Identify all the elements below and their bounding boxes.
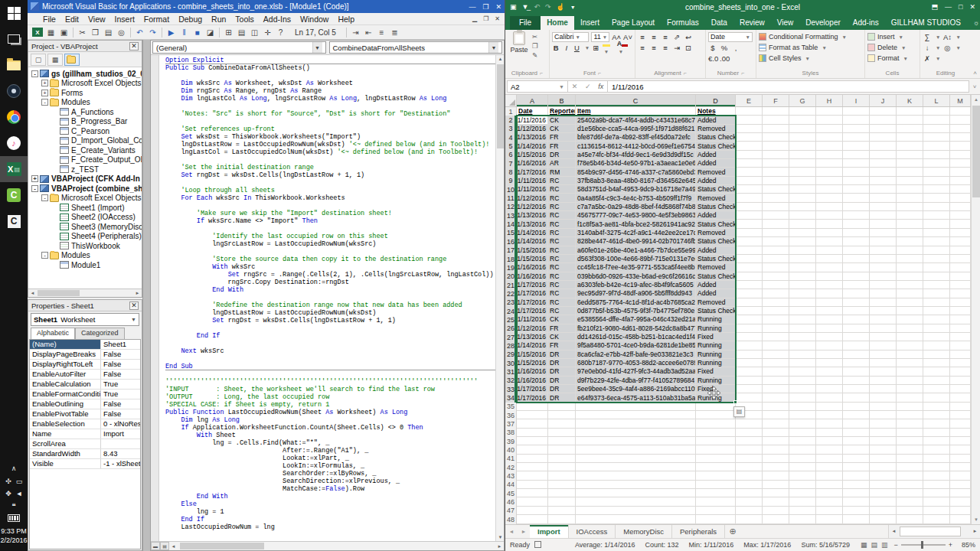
cell-A46[interactable] (517, 497, 548, 506)
cell-G37[interactable] (789, 419, 816, 428)
cell-K18[interactable] (897, 255, 923, 263)
row-header-28[interactable]: 28 (505, 341, 517, 350)
cell-A22[interactable]: 1/17/2016 (517, 289, 548, 298)
cell-J33[interactable] (870, 385, 897, 393)
cell-I26[interactable] (843, 324, 870, 333)
cell-M4[interactable] (950, 133, 971, 142)
cell-A25[interactable]: 1/11/2016 (517, 315, 548, 324)
cell-E3[interactable] (736, 125, 763, 133)
cell-A48[interactable] (517, 515, 548, 523)
cell-A8[interactable]: 1/17/2016 (517, 168, 548, 176)
column-header-A[interactable]: A (517, 95, 548, 106)
cell-D36[interactable] (696, 411, 736, 419)
row-header-9[interactable]: 9 (505, 177, 517, 185)
cell-J35[interactable] (870, 403, 897, 411)
cell-F1[interactable] (763, 107, 789, 116)
cell-A36[interactable] (517, 411, 548, 419)
cell-E34[interactable] (736, 393, 763, 402)
cell-C33[interactable]: 5ee9bee4-35c9-4af4-a886-2169abcc110f (576, 385, 696, 393)
property-row[interactable]: DisplayPageBreaks False (30, 350, 140, 360)
cell-J29[interactable] (870, 350, 897, 359)
row-header-22[interactable]: 22 (505, 289, 517, 298)
cell-E17[interactable] (736, 246, 763, 255)
sheet-tab-peripherals[interactable]: Peripherals (672, 525, 725, 538)
cell-E42[interactable] (736, 463, 763, 471)
grid-vertical-scrollbar[interactable]: ▲ ▼ (971, 95, 980, 524)
cell-F33[interactable] (763, 385, 789, 393)
row-header-34[interactable]: 34 (505, 393, 517, 402)
cell-F12[interactable] (763, 203, 789, 211)
cell-I32[interactable] (843, 377, 870, 385)
cell-L40[interactable] (923, 445, 950, 454)
cell-D14[interactable]: Status Check (696, 220, 736, 228)
cell-K29[interactable] (897, 350, 923, 359)
cell-H4[interactable] (816, 133, 843, 142)
cell-E15[interactable] (736, 229, 763, 237)
cell-B1[interactable]: Reporter (548, 107, 576, 116)
cell-A3[interactable]: 1/12/2016 (517, 125, 548, 133)
cell-M21[interactable] (950, 281, 971, 289)
cell-I28[interactable] (843, 341, 870, 350)
cell-B24[interactable]: RC (548, 307, 576, 315)
cell-H2[interactable] (816, 116, 843, 124)
italic-button[interactable]: I (563, 44, 571, 52)
cell-H12[interactable] (816, 203, 843, 211)
property-row[interactable]: EnablePivotTable False (30, 409, 140, 419)
cell-J17[interactable] (870, 246, 897, 255)
cell-B10[interactable]: RC (548, 185, 576, 194)
sheet-tab-import[interactable]: Import (530, 525, 569, 538)
cell-I21[interactable] (843, 281, 870, 289)
decrease-decimal-icon[interactable]: .00 (720, 54, 729, 63)
cell-E20[interactable] (736, 272, 763, 281)
cell-L16[interactable] (923, 237, 950, 246)
cell-C18[interactable]: d563f308-100e-4e66-89bf-715e0131e7ee (576, 255, 696, 263)
mdi-close-button[interactable]: ✕ (495, 15, 500, 22)
toggle-folders-button[interactable] (64, 54, 80, 66)
cell-C6[interactable]: a45e74fc-bf34-4fdd-9ec1-6e9d3d9df15c (576, 151, 696, 159)
cell-L4[interactable] (923, 133, 950, 142)
cell-M10[interactable] (950, 185, 971, 194)
cell-K41[interactable] (897, 455, 923, 463)
cell-I47[interactable] (843, 507, 870, 515)
cell-I42[interactable] (843, 463, 870, 471)
cell-F8[interactable] (763, 168, 789, 176)
view-code-button[interactable]: ▢ (31, 54, 46, 66)
volume-icon[interactable]: ◄ (16, 490, 23, 497)
cell-M1[interactable] (950, 107, 971, 116)
row-header-8[interactable]: 8 (505, 168, 517, 176)
save-icon[interactable]: ▼̲ (522, 3, 529, 11)
cell-G6[interactable] (789, 151, 816, 159)
cell-E24[interactable] (736, 307, 763, 315)
cell-K22[interactable] (897, 289, 923, 298)
cell-L26[interactable] (923, 324, 950, 333)
cell-G45[interactable] (789, 489, 816, 497)
cell-F47[interactable] (763, 507, 789, 515)
save-icon[interactable]: ▣ (57, 27, 70, 38)
property-row[interactable]: EnableFormatConditio True (30, 390, 140, 399)
cell-K34[interactable] (897, 393, 923, 402)
column-header-E[interactable]: E (736, 95, 763, 106)
cut-icon[interactable]: ✂ (532, 33, 538, 41)
cell-A35[interactable] (517, 403, 548, 411)
menu-run[interactable]: Run (207, 15, 230, 24)
cell-B37[interactable] (548, 419, 576, 428)
tab-gillham-studios[interactable]: GILLHAM STUDIOS (885, 16, 967, 30)
cell-K44[interactable] (897, 481, 923, 489)
cell-F43[interactable] (763, 471, 789, 480)
keyboard-icon[interactable] (8, 514, 20, 522)
cell-H43[interactable] (816, 471, 843, 480)
cell-F28[interactable] (763, 341, 789, 350)
cell-C10[interactable]: 58d3751d-b4af-4953-9dc9-b16718e7a492 (576, 185, 696, 194)
cell-E5[interactable] (736, 142, 763, 150)
cell-B25[interactable]: CK (548, 315, 576, 324)
format-cells-button[interactable]: Format▼ (867, 53, 917, 64)
cell-L7[interactable] (923, 159, 950, 168)
font-family-dropdown[interactable]: Calibri▼ (552, 32, 589, 42)
cell-G2[interactable] (789, 116, 816, 124)
taskbar-excel-icon[interactable]: X (0, 156, 28, 182)
format-as-table-button[interactable]: Format as Table▼ (759, 42, 862, 53)
cell-A31[interactable]: 1/16/2016 (517, 367, 548, 376)
cell-D25[interactable]: Running (696, 315, 736, 324)
cell-C28[interactable]: 9f5a8480-5701-4ce0-b9da-6281de1be855 (576, 341, 696, 350)
cell-C17[interactable]: a60fe01e-26be-40e1-a466-7b7dce55e991 (576, 246, 696, 255)
